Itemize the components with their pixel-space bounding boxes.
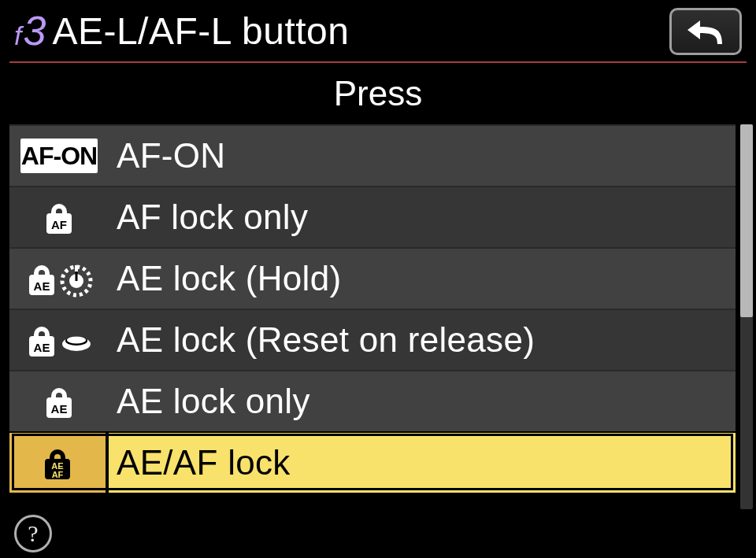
lock-ae-icon	[9, 371, 109, 431]
option-label: AE lock (Reset on release)	[109, 320, 535, 360]
afon-icon	[9, 126, 109, 186]
option-label: AE lock only	[109, 382, 310, 421]
footer: ?	[0, 509, 756, 558]
lock-ae-hold-icon	[9, 249, 109, 309]
option-label: AE/AF lock	[109, 443, 291, 482]
camera-menu-screen: f 3 AE-L/AF-L button Press AF-ONAF lock …	[0, 0, 756, 558]
back-arrow-icon	[684, 16, 727, 47]
menu-index-number: 3	[23, 10, 46, 51]
help-button[interactable]: ?	[14, 515, 52, 552]
option-row[interactable]: AF lock only	[9, 186, 736, 247]
lock-aeaf-icon	[9, 433, 109, 493]
scrollbar[interactable]	[740, 124, 753, 509]
options-list: AF-ONAF lock onlyAE lock (Hold)AE lock (…	[9, 124, 736, 509]
section-label: Press	[0, 63, 756, 124]
option-row[interactable]: AE lock (Hold)	[9, 247, 736, 309]
lock-af-icon	[9, 187, 109, 247]
option-row[interactable]: AF-ON	[9, 124, 736, 186]
back-button[interactable]	[669, 8, 742, 55]
option-label: AF-ON	[109, 136, 225, 176]
menu-index: f 3	[14, 10, 46, 51]
lock-ae-reset-icon	[9, 310, 109, 370]
option-row[interactable]: AE lock only	[9, 370, 736, 431]
options-list-area: AF-ONAF lock onlyAE lock (Hold)AE lock (…	[0, 124, 756, 509]
menu-header: f 3 AE-L/AF-L button	[0, 0, 756, 61]
scrollbar-thumb[interactable]	[740, 124, 753, 317]
menu-title: AE-L/AF-L button	[52, 9, 349, 53]
option-label: AF lock only	[109, 198, 308, 237]
option-row[interactable]: AE/AF lock	[9, 431, 736, 493]
option-label: AE lock (Hold)	[109, 259, 341, 298]
help-icon: ?	[28, 520, 38, 547]
option-row[interactable]: AE lock (Reset on release)	[9, 309, 736, 370]
menu-index-letter: f	[14, 22, 21, 49]
